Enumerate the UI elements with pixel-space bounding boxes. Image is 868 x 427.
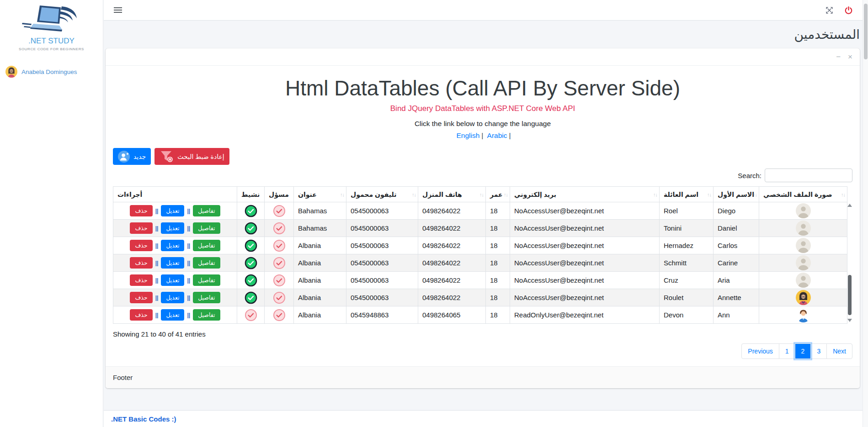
cell-actions: حذف||تعديل||تفاصيل [113, 202, 237, 220]
column-label: تليفون محمول [351, 191, 396, 198]
column-header-last_name[interactable]: اسم العائلة↑↓ [660, 187, 714, 202]
details-button[interactable]: تفاصيل [193, 257, 220, 269]
filter-clear-icon [160, 150, 174, 163]
cell-email: NoAccessUser@bezeqint.net [510, 202, 660, 220]
edit-button[interactable]: تعديل [161, 309, 184, 321]
hamburger-menu-icon[interactable] [111, 3, 125, 17]
search-input[interactable] [765, 169, 852, 182]
active-status-check-icon [245, 239, 257, 252]
cell-last_name: Roel [660, 202, 714, 220]
column-header-first_name[interactable]: الاسم الأول↑↓ [714, 187, 759, 202]
cell-mobile: 0545948863 [346, 306, 418, 324]
edit-button[interactable]: تعديل [161, 257, 184, 269]
admin-status-cross-check-icon [273, 309, 286, 322]
table-row: حذف||تعديل||تفاصيل Albania05450000630498… [113, 237, 847, 254]
fullscreen-expand-icon[interactable] [822, 3, 836, 17]
delete-button[interactable]: حذف [130, 309, 152, 321]
delete-button[interactable]: حذف [130, 222, 152, 234]
cell-active [237, 220, 265, 237]
details-button[interactable]: تفاصيل [193, 205, 220, 216]
power-logout-icon[interactable] [841, 3, 855, 17]
main-area: المستخدمين − × Html DataTables (Call API… [104, 0, 863, 427]
scroll-up-arrow-icon[interactable] [847, 204, 852, 207]
details-button[interactable]: تفاصيل [193, 292, 220, 303]
table-row: حذف||تعديل||تفاصيل Albania05450000630498… [113, 289, 847, 306]
active-status-check-icon [245, 257, 257, 269]
column-header-home_phone[interactable]: هاتف المنزل↑↓ [418, 187, 486, 202]
edit-button[interactable]: تعديل [161, 222, 184, 234]
cell-first_name: Carine [714, 254, 759, 272]
edit-button[interactable]: تعديل [161, 292, 184, 303]
pagination-page-3[interactable]: 3 [810, 343, 827, 359]
details-button[interactable]: تفاصيل [193, 222, 220, 234]
edit-button[interactable]: تعديل [161, 240, 184, 251]
action-separator: || [155, 277, 159, 284]
action-separator: || [187, 208, 190, 214]
sidebar-user-name: Anabela Domingues [21, 69, 77, 75]
cell-mobile: 0545000063 [346, 289, 418, 306]
cell-last_name: Devon [660, 306, 714, 324]
delete-button[interactable]: حذف [130, 274, 152, 286]
column-header-avatar[interactable]: صورة الملف الشخصي↑↓ [759, 187, 847, 202]
column-header-email[interactable]: بريد إلكتروني↑↓ [510, 187, 660, 202]
pagination-page-2-active[interactable]: 2 [795, 343, 811, 359]
table-scrollbar[interactable] [847, 203, 852, 323]
pagination-next[interactable]: Next [826, 343, 852, 359]
column-label: اسم العائلة [664, 191, 698, 198]
cell-avatar [759, 306, 847, 324]
details-button[interactable]: تفاصيل [193, 274, 220, 286]
column-header-active: نشيط [237, 187, 265, 202]
delete-button[interactable]: حذف [130, 205, 152, 216]
cell-last_name: Cruz [660, 272, 714, 289]
delete-button[interactable]: حذف [130, 240, 152, 251]
cell-first_name: Aria [714, 272, 759, 289]
cell-admin [265, 289, 294, 306]
column-label: صورة الملف الشخصي [763, 191, 832, 198]
active-status-check-icon [245, 291, 257, 304]
toolbar: جديد إعادة ضبط البحث [113, 148, 852, 165]
cell-age: 18 [486, 289, 510, 306]
admin-status-cross-check-icon [273, 257, 286, 269]
column-header-admin: مسؤل [265, 187, 294, 202]
action-separator: || [187, 312, 190, 318]
column-header-age[interactable]: عمر↑↓ [486, 187, 510, 202]
table-header-row: أجراءاتنشيطمسؤلعنوان↑↓تليفون محمول↑↓هاتف… [113, 187, 847, 202]
cell-avatar [759, 237, 847, 254]
card-close-icon[interactable]: × [848, 53, 852, 61]
brand-logo[interactable]: .NET STUDY SOURCE CODE FOR BEGINNERS [0, 0, 103, 51]
pagination-page-1[interactable]: 1 [779, 343, 795, 359]
column-header-mobile[interactable]: تليفون محمول↑↓ [346, 187, 418, 202]
new-user-button[interactable]: جديد [113, 148, 151, 165]
window-scrollbar[interactable] [863, 0, 868, 427]
user-avatar [5, 66, 17, 78]
search-row: Search: [113, 169, 852, 182]
details-button[interactable]: تفاصيل [193, 240, 220, 251]
cell-age: 18 [486, 202, 510, 220]
admin-status-cross-check-icon [273, 239, 286, 252]
delete-button[interactable]: حذف [130, 292, 152, 303]
table-scrollbar-thumb[interactable] [848, 275, 852, 315]
cell-email: NoAccessUser@bezeqint.net [510, 289, 660, 306]
cell-address: Bahamas [294, 202, 346, 220]
arabic-language-link[interactable]: Arabic [487, 132, 507, 139]
cell-age: 18 [486, 254, 510, 272]
pagination-previous[interactable]: Previous [741, 343, 779, 359]
reset-search-button[interactable]: إعادة ضبط البحث [154, 148, 229, 165]
action-separator: || [155, 242, 159, 249]
card-collapse-icon[interactable]: − [836, 53, 841, 61]
window-scrollbar-thumb[interactable] [864, 4, 868, 59]
english-language-link[interactable]: English [456, 132, 479, 139]
edit-button[interactable]: تعديل [161, 274, 184, 286]
details-button[interactable]: تفاصيل [193, 309, 220, 321]
column-header-address[interactable]: عنوان↑↓ [294, 187, 346, 202]
cell-address: Bahamas [294, 220, 346, 237]
sidebar-user-panel[interactable]: Anabela Domingues [0, 61, 103, 82]
column-label: أجراءات [117, 191, 142, 198]
scroll-down-arrow-icon[interactable] [847, 319, 852, 322]
delete-button[interactable]: حذف [130, 257, 152, 269]
cell-active [237, 306, 265, 324]
admin-status-cross-check-icon [273, 274, 286, 287]
cell-actions: حذف||تعديل||تفاصيل [113, 289, 237, 306]
action-separator: || [187, 260, 190, 266]
edit-button[interactable]: تعديل [161, 205, 184, 216]
